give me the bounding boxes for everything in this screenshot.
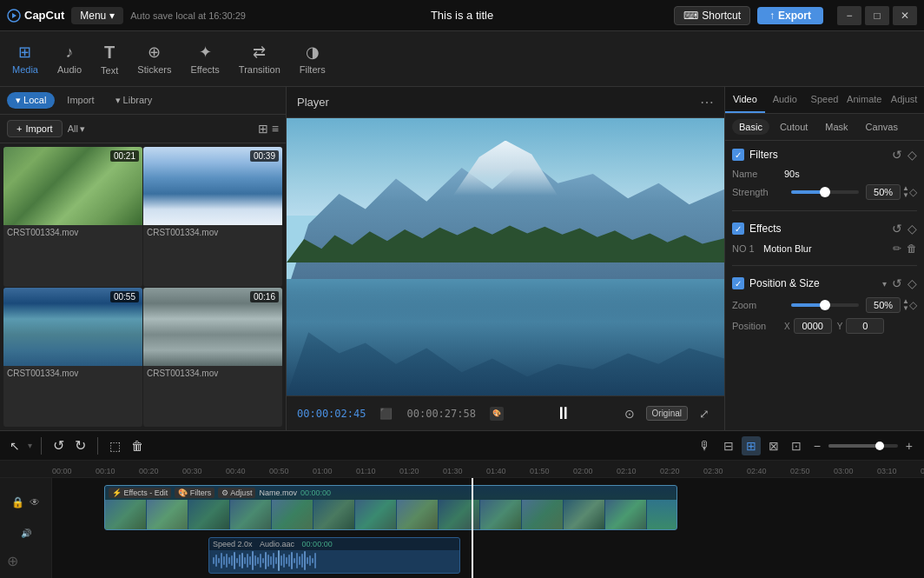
ruler-mark-10: 01:40 [486, 467, 530, 475]
zoom-thumb[interactable] [820, 300, 830, 310]
tab-local[interactable]: ▾ Local [7, 92, 55, 109]
zoom-out-button[interactable]: − [809, 436, 825, 455]
video-mute-button[interactable]: 👁 [28, 495, 42, 510]
track-content-area: ⚡ Effects - Edit 🎨 Filters ⚙ Adjust Name… [52, 478, 924, 578]
link-split-button[interactable]: ⊟ [719, 436, 738, 455]
tool-audio[interactable]: ♪ Audio [49, 38, 90, 80]
tool-transition[interactable]: ⇄ Transition [230, 37, 289, 80]
position-y-input[interactable] [846, 318, 884, 334]
audio-volume-button[interactable]: 🔊 [19, 527, 33, 540]
zoom-timeline-thumb[interactable] [875, 442, 884, 450]
tool-filters[interactable]: ◑ Filters [291, 37, 334, 80]
tool-effects[interactable]: ✦ Effects [182, 37, 228, 80]
tab-import[interactable]: Import [58, 92, 102, 109]
tab-video[interactable]: Video [725, 87, 765, 113]
tool-media[interactable]: ⊞ Media [3, 37, 47, 80]
snap-button[interactable]: ⊞ [742, 436, 761, 455]
redo-button[interactable]: ↻ [72, 435, 89, 456]
zoom-reset[interactable]: ◇ [909, 299, 917, 311]
shortcut-button[interactable]: ⌨ Shortcut [674, 6, 750, 25]
tab-adjust[interactable]: Adjust [884, 87, 924, 113]
effect-delete-1[interactable]: 🗑 [907, 242, 917, 255]
tab-animate[interactable]: Animate [844, 87, 884, 113]
effects-reset-button[interactable]: ↺ [892, 222, 902, 236]
tab-audio[interactable]: Audio [765, 87, 805, 113]
timeline-ruler: 00:00 00:10 00:20 00:30 00:40 00:50 01:0… [0, 461, 924, 478]
maximize-button[interactable]: □ [865, 6, 889, 25]
zoom-slider[interactable] [791, 303, 859, 307]
export-button[interactable]: ↑ Export [757, 7, 823, 24]
strength-thumb[interactable] [820, 187, 830, 197]
strength-input[interactable] [866, 184, 901, 200]
filters-reset-button[interactable]: ↺ [892, 148, 902, 162]
video-lock-button[interactable]: 🔒 [10, 495, 26, 510]
subtab-cutout[interactable]: Cutout [773, 119, 815, 135]
strength-down[interactable]: ▼ [902, 192, 909, 199]
minimize-button[interactable]: − [837, 6, 861, 25]
tool-audio-label: Audio [57, 64, 82, 75]
all-filter-button[interactable]: All ▾ [68, 123, 85, 135]
audio-clip[interactable]: Speed 2.0x Audio.aac 00:00:00 [208, 537, 460, 574]
clip-thumb-3 [230, 500, 272, 530]
tool-text[interactable]: T Text [92, 37, 127, 81]
tool-stickers[interactable]: ⊕ Stickers [129, 37, 180, 80]
subtab-canvas[interactable]: Canvas [859, 119, 905, 135]
fullscreen-button[interactable]: ⤢ [695, 404, 714, 423]
zoom-down[interactable]: ▼ [902, 305, 909, 312]
wave-bar-12 [244, 557, 246, 564]
undo-button[interactable]: ↺ [50, 435, 67, 456]
toolbar-separator-2 [97, 437, 98, 455]
player-menu-button[interactable]: ⋯ [700, 94, 714, 110]
strength-slider[interactable] [791, 190, 859, 194]
effect-edit-1[interactable]: ✏ [893, 242, 901, 255]
color-picker-icon[interactable]: 🎨 [490, 407, 504, 421]
ruler-mark-1: 00:10 [96, 467, 139, 475]
mic-button[interactable]: 🎙 [695, 436, 716, 455]
media-name-4: CRST001334.mov [143, 366, 282, 381]
effect-item-1: NO 1 Motion Blur ✏ 🗑 [732, 242, 917, 255]
add-track-button[interactable]: ⊕ [5, 551, 20, 571]
video-clip[interactable]: ⚡ Effects - Edit 🎨 Filters ⚙ Adjust Name… [104, 485, 677, 530]
filters-checkbox[interactable]: ✓ [732, 149, 744, 161]
list-view-button[interactable]: ≡ [272, 122, 279, 136]
filters-copy-button[interactable]: ◇ [908, 148, 917, 162]
position-x-input[interactable] [794, 318, 832, 334]
select-tool-button[interactable]: ↖ [7, 436, 23, 455]
position-checkbox[interactable]: ✓ [732, 277, 744, 289]
playhead[interactable] [472, 478, 473, 578]
wave-bar-9 [236, 558, 238, 563]
wave-bar-39 [314, 553, 316, 568]
media-item-2[interactable]: 00:39 CRST001334.mov [143, 147, 282, 287]
position-reset-button[interactable]: ↺ [892, 276, 902, 290]
select-dropdown[interactable]: ▾ [28, 441, 32, 450]
zoom-input[interactable] [866, 297, 901, 313]
tab-speed[interactable]: Speed [805, 87, 845, 113]
delete-button[interactable]: 🗑 [129, 436, 146, 455]
split-button[interactable]: ⬚ [107, 436, 123, 455]
position-section: ✓ Position & Size ▾ ↺ ◇ Zoom [732, 276, 917, 334]
screenshot-button[interactable]: ⊙ [620, 404, 639, 423]
tab-library[interactable]: ▾ Library [107, 92, 162, 109]
media-item-1[interactable]: 00:21 CRST001334.mov [3, 147, 142, 287]
close-button[interactable]: ✕ [893, 6, 917, 25]
position-copy-button[interactable]: ◇ [908, 276, 917, 290]
link-button[interactable]: ⊠ [764, 436, 783, 455]
menu-button[interactable]: Menu ▾ [71, 7, 123, 24]
subtab-mask[interactable]: Mask [818, 119, 855, 135]
subtab-basic[interactable]: Basic [732, 119, 769, 135]
zoom-in-button[interactable]: + [901, 436, 917, 455]
ruler-marks-container: 00:00 00:10 00:20 00:30 00:40 00:50 01:0… [52, 461, 924, 477]
media-item-3[interactable]: 00:55 CRST001334.mov [3, 288, 142, 428]
strength-reset[interactable]: ◇ [909, 186, 917, 198]
grid-view-button[interactable]: ⊞ [258, 122, 268, 136]
unlink-button[interactable]: ⊡ [787, 436, 806, 455]
wave-bar-31 [294, 558, 295, 563]
effects-copy-button[interactable]: ◇ [908, 222, 917, 236]
wave-bar-5 [226, 554, 228, 568]
effects-checkbox[interactable]: ✓ [732, 223, 744, 235]
play-pause-button[interactable]: ⏸ [555, 403, 572, 423]
zoom-timeline-slider[interactable] [828, 444, 898, 448]
import-button[interactable]: + Import [7, 120, 63, 137]
right-panel-content: ✓ Filters ↺ ◇ Name 90s Strength [725, 141, 924, 430]
media-item-4[interactable]: 00:16 CRST001334.mov [143, 288, 282, 428]
